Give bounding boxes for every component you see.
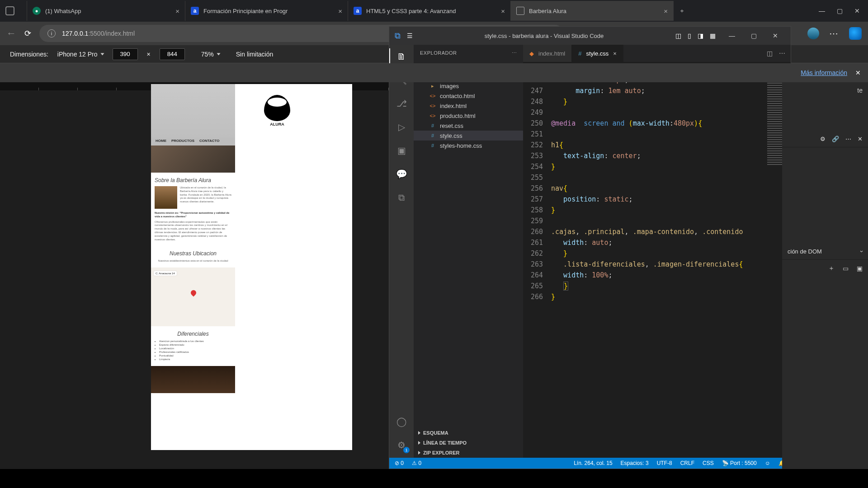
eol-info[interactable]: CRLF (680, 460, 694, 466)
vscode-title: style.css - barberia alura - Visual Stud… (419, 33, 669, 39)
account-icon[interactable]: ◯ (395, 415, 408, 428)
feedback-icon[interactable]: ☺ (765, 460, 770, 466)
more-icon[interactable]: ⋯ (829, 28, 839, 39)
alura-icon: a (354, 7, 362, 15)
html-icon: ◆ (529, 50, 534, 57)
close-icon[interactable]: × (338, 7, 342, 15)
chevron-right-icon (418, 441, 420, 445)
vscode-titlebar[interactable]: ⧉ ☰ style.css - barberia alura - Visual … (389, 27, 791, 45)
file-tree-item[interactable]: <>index.html (414, 101, 523, 111)
file-tree-item[interactable]: <>contacto.html (414, 91, 523, 101)
close-icon[interactable]: ✕ (765, 32, 785, 39)
x-separator: × (147, 51, 151, 58)
tab-spaces[interactable] (0, 1, 27, 21)
file-tree-item[interactable]: #style.css (414, 131, 523, 141)
chat-icon[interactable]: 💬 (395, 168, 408, 180)
more-icon[interactable]: ⋯ (845, 136, 851, 142)
browser-tab-whatsapp[interactable]: ● (1) WhatsApp × (27, 1, 185, 21)
minimize-icon[interactable]: ― (722, 32, 742, 39)
file-tree-item[interactable]: #reset.css (414, 121, 523, 131)
more-icon[interactable]: ⋯ (779, 50, 785, 57)
close-icon[interactable]: × (501, 7, 505, 15)
refresh-icon[interactable]: ⟳ (24, 28, 31, 38)
terminal-icon[interactable]: ⧉ (395, 191, 408, 204)
height-input[interactable] (160, 48, 185, 60)
maximize-icon[interactable]: ▢ (837, 7, 843, 14)
more-info-link[interactable]: Más información (801, 69, 847, 76)
gear-icon[interactable]: ⚙ (820, 136, 826, 142)
dom-breakpoints-header[interactable]: ción de DOM (788, 248, 822, 255)
cursor-position[interactable]: Lín. 264, col. 15 (574, 460, 612, 466)
close-icon[interactable]: × (664, 7, 668, 15)
file-tree-item[interactable]: #styles-home.css (414, 141, 523, 150)
close-icon[interactable]: ✕ (858, 136, 863, 142)
info-icon[interactable]: i (47, 29, 56, 38)
warnings-count[interactable]: ⚠ 0 (412, 460, 421, 466)
zoom-select[interactable]: 75% (201, 51, 220, 58)
workspaces-icon (5, 6, 14, 15)
page-preview[interactable]: ALURA HOMEPRODUCTOSCONTACTO Sobre la Bar… (151, 84, 352, 450)
split-editor-icon[interactable]: ◫ (767, 50, 773, 57)
extensions-icon[interactable]: ▣ (395, 144, 408, 157)
live-server-port[interactable]: 📡 Port : 5500 (722, 460, 757, 466)
close-window-icon[interactable]: ✕ (854, 7, 860, 14)
timeline-panel[interactable]: LÍNEA DE TIEMPO (414, 438, 523, 448)
errors-count[interactable]: ⊘ 0 (395, 460, 404, 466)
profile-avatar[interactable] (807, 28, 819, 39)
source-control-icon[interactable]: ⎇ (395, 97, 408, 110)
bing-icon[interactable] (849, 27, 862, 40)
language-mode[interactable]: CSS (703, 460, 714, 466)
maximize-icon[interactable]: ▢ (744, 32, 764, 39)
add-icon[interactable]: ＋ (828, 264, 835, 272)
chevron-down-icon (217, 53, 220, 55)
explorer-icon[interactable]: 🗎 (395, 50, 408, 63)
minimize-icon[interactable]: ― (819, 7, 825, 14)
editor-tab-style[interactable]: #style.css× (572, 45, 623, 62)
device-icon[interactable]: ▭ (843, 265, 849, 272)
preview-location: Nuestras Ubicacion Nuestros establecimie… (151, 246, 235, 267)
zip-explorer-panel[interactable]: ZIP EXPLORER (414, 448, 523, 458)
chevron-down-icon (100, 53, 104, 55)
indent-info[interactable]: Espacios: 3 (621, 460, 649, 466)
back-icon[interactable]: ← (6, 28, 16, 39)
preview-nav: HOMEPRODUCTOSCONTACTO (151, 137, 235, 145)
chevron-right-icon (418, 431, 420, 435)
width-input[interactable] (113, 48, 138, 60)
close-icon[interactable]: × (175, 7, 179, 15)
link-icon[interactable]: 🔗 (832, 136, 839, 142)
activity-bar: 🗎 🔍 ⎇ ▷ ▣ 💬 ⧉ ◯ ⚙1 (389, 45, 414, 458)
editor-tab-index[interactable]: ◆index.html (523, 45, 572, 62)
code-editor[interactable]: 246 247 248 249 250 251 252 253 254 255 … (523, 74, 791, 458)
box-icon[interactable]: ▣ (857, 265, 863, 272)
chevron-right-icon (418, 451, 420, 455)
file-tree-item[interactable]: <>producto.html (414, 111, 523, 121)
folder-icon: ▸ (429, 82, 436, 89)
browser-tab-barberia[interactable]: Barbería Alura × (511, 1, 674, 21)
dimensions-label: Dimensiones: (10, 51, 48, 58)
device-preview-area: ALURA HOMEPRODUCTOSCONTACTO Sobre la Bar… (0, 63, 389, 469)
layout-icon[interactable]: ◫ (675, 32, 681, 39)
browser-tab-alura2[interactable]: a HTML5 y CSS3 parte 4: Avanzand × (348, 1, 511, 21)
layout-icon[interactable]: ▯ (688, 32, 691, 39)
outline-panel[interactable]: ESQUEMA (414, 428, 523, 438)
new-tab-button[interactable]: ＋ (674, 1, 696, 21)
device-select[interactable]: iPhone 12 Pro (57, 51, 104, 58)
layout-icon[interactable]: ◨ (698, 32, 703, 39)
encoding-info[interactable]: UTF-8 (657, 460, 672, 466)
chevron-right-icon[interactable]: › (858, 250, 865, 252)
html-icon: <> (429, 102, 436, 109)
menu-icon[interactable]: ☰ (407, 32, 413, 39)
browser-tab-bar: ● (1) WhatsApp × a Formación Principiant… (0, 0, 868, 22)
gear-icon[interactable]: ⚙1 (395, 439, 408, 451)
browser-tab-alura1[interactable]: a Formación Principiante en Progr × (185, 1, 348, 21)
file-tree-item[interactable]: ▸images (414, 81, 523, 91)
close-icon[interactable]: × (613, 50, 617, 57)
close-icon[interactable]: ✕ (855, 69, 861, 76)
layout-icon[interactable]: ▦ (710, 32, 716, 39)
run-debug-icon[interactable]: ▷ (395, 121, 408, 133)
preview-map: C. Anacaona 14 (151, 267, 235, 326)
throttle-select[interactable]: Sin limitación (236, 51, 273, 58)
tab-label: Formación Principiante en Progr (203, 8, 288, 14)
status-bar: ⊘ 0 ⚠ 0 Lín. 264, col. 15 Espacios: 3 UT… (389, 458, 791, 469)
more-icon[interactable]: ⋯ (512, 50, 517, 56)
